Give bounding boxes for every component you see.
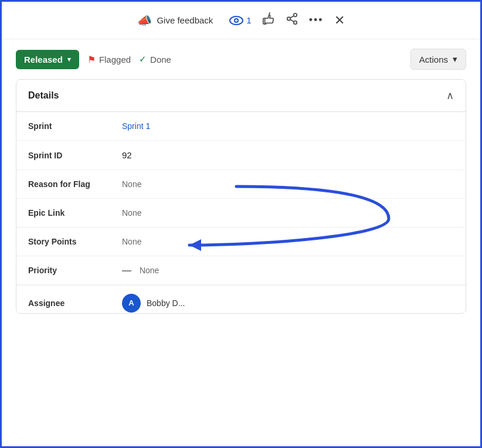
avatar: A (122, 294, 141, 313)
megaphone-icon: 📣 (137, 13, 152, 28)
feedback-label: Give feedback (157, 15, 213, 25)
actions-label: Actions (419, 55, 448, 65)
done-button[interactable]: ✓ Done (139, 54, 171, 65)
svg-point-2 (235, 19, 237, 22)
sprint-row: Sprint Sprint 1 (16, 112, 466, 141)
assignee-name: Bobby D... (147, 298, 185, 308)
priority-dash-icon (122, 270, 131, 271)
feedback-section: 📣 Give feedback (137, 13, 213, 28)
assignee-value: A Bobby D... (122, 294, 185, 313)
released-chevron-icon: ▾ (67, 56, 71, 63)
story-points-row: Story Points None (16, 228, 466, 256)
avatar-initials: A (128, 298, 134, 307)
story-points-label: Story Points (28, 237, 122, 246)
priority-value: None (122, 266, 159, 275)
priority-row: Priority None (16, 256, 466, 285)
eye-icon (229, 16, 243, 25)
released-button[interactable]: Released ▾ (16, 50, 79, 69)
flagged-label: Flagged (99, 55, 131, 65)
thumbs-up-icon (262, 12, 275, 25)
svg-line-7 (290, 16, 294, 18)
reason-for-flag-value: None (122, 179, 141, 189)
epic-link-label: Epic Link (28, 208, 122, 218)
sprint-id-label: Sprint ID (28, 151, 122, 160)
reason-for-flag-label: Reason for Flag (28, 179, 122, 189)
epic-link-row: Epic Link None (16, 199, 466, 228)
priority-none-text: None (140, 266, 159, 275)
done-label: Done (150, 55, 171, 65)
story-points-value: None (122, 237, 141, 246)
epic-link-value: None (122, 208, 141, 218)
sprint-value[interactable]: Sprint 1 (122, 121, 150, 131)
flag-icon: ⚑ (87, 54, 96, 65)
details-body: Sprint Sprint 1 Sprint ID 92 Reason for … (16, 112, 466, 313)
sprint-label: Sprint (28, 121, 122, 131)
check-icon: ✓ (139, 54, 147, 65)
svg-line-6 (290, 19, 294, 22)
svg-point-5 (293, 21, 297, 24)
details-title: Details (28, 90, 59, 101)
toolbar-icons: 1 ••• ✕ (229, 12, 344, 28)
released-label: Released (24, 55, 63, 65)
details-header: Details ∧ (16, 80, 466, 112)
svg-point-3 (293, 13, 297, 17)
like-button[interactable] (262, 12, 275, 28)
toolbar: 📣 Give feedback 1 ••• (2, 2, 480, 39)
more-button[interactable]: ••• (309, 14, 324, 26)
svg-point-4 (287, 17, 290, 21)
actions-chevron-icon: ▾ (453, 54, 457, 65)
priority-label: Priority (28, 266, 122, 275)
status-bar: Released ▾ ⚑ Flagged ✓ Done Actions ▾ (2, 39, 480, 79)
share-icon (286, 12, 298, 25)
sprint-id-value: 92 (122, 150, 132, 160)
watch-button[interactable]: 1 (229, 15, 251, 25)
watch-count: 1 (246, 15, 251, 25)
close-button[interactable]: ✕ (334, 13, 345, 28)
reason-for-flag-row: Reason for Flag None (16, 170, 466, 199)
flagged-button[interactable]: ⚑ Flagged (87, 54, 131, 65)
assignee-label: Assignee (28, 298, 122, 308)
actions-button[interactable]: Actions ▾ (410, 49, 466, 70)
share-button[interactable] (286, 12, 298, 28)
collapse-button[interactable]: ∧ (446, 89, 454, 102)
assignee-row: Assignee A Bobby D... (16, 285, 466, 313)
sprint-id-row: Sprint ID 92 (16, 141, 466, 170)
details-panel: Details ∧ Sprint Sprint 1 Sprint ID 92 R… (16, 79, 466, 314)
